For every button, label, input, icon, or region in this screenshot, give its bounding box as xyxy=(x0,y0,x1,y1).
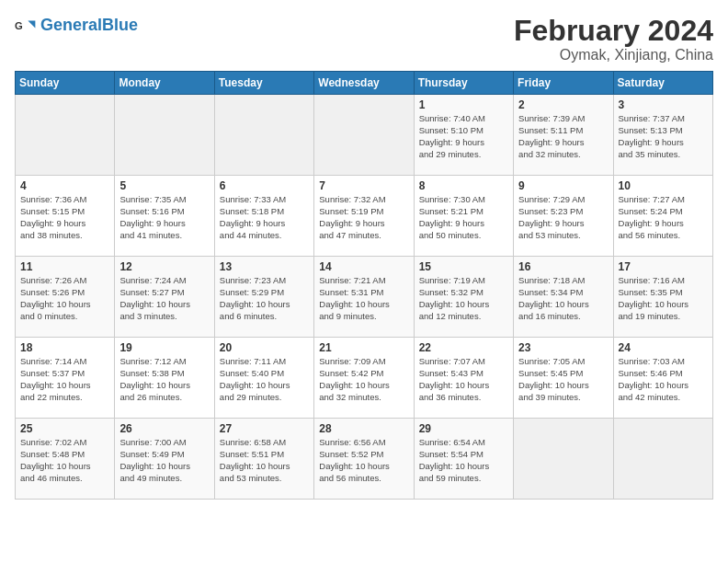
day-number: 28 xyxy=(319,422,408,435)
day-number: 13 xyxy=(220,260,309,273)
calendar-day-cell: 24Sunrise: 7:03 AMSunset: 5:46 PMDayligh… xyxy=(613,338,712,419)
calendar-day-cell xyxy=(613,419,712,500)
calendar-day-cell: 3Sunrise: 7:37 AMSunset: 5:13 PMDaylight… xyxy=(613,95,712,176)
day-number: 23 xyxy=(518,341,608,354)
header-row: SundayMondayTuesdayWednesdayThursdayFrid… xyxy=(16,72,713,95)
svg-marker-1 xyxy=(28,20,35,28)
day-info: Sunrise: 7:19 AMSunset: 5:32 PMDaylight:… xyxy=(419,275,508,322)
title-block: February 2024 Oymak, Xinjiang, China xyxy=(514,15,713,63)
day-info: Sunrise: 7:24 AMSunset: 5:27 PMDaylight:… xyxy=(119,275,209,322)
calendar-day-cell: 4Sunrise: 7:36 AMSunset: 5:15 PMDaylight… xyxy=(16,176,115,257)
day-info: Sunrise: 7:26 AMSunset: 5:26 PMDaylight:… xyxy=(20,275,109,322)
day-info: Sunrise: 7:40 AMSunset: 5:10 PMDaylight:… xyxy=(419,113,508,160)
day-number: 4 xyxy=(20,179,109,192)
calendar-week-1: 1Sunrise: 7:40 AMSunset: 5:10 PMDaylight… xyxy=(16,95,713,176)
day-number: 27 xyxy=(220,422,309,435)
calendar-day-cell: 9Sunrise: 7:29 AMSunset: 5:23 PMDaylight… xyxy=(514,176,613,257)
day-info: Sunrise: 7:16 AMSunset: 5:35 PMDaylight:… xyxy=(619,275,708,322)
calendar-day-cell: 25Sunrise: 7:02 AMSunset: 5:48 PMDayligh… xyxy=(16,419,115,500)
day-number: 22 xyxy=(419,341,508,354)
calendar-day-cell: 19Sunrise: 7:12 AMSunset: 5:38 PMDayligh… xyxy=(115,338,214,419)
header-cell-wednesday: Wednesday xyxy=(314,72,414,95)
day-info: Sunrise: 7:29 AMSunset: 5:23 PMDaylight:… xyxy=(518,194,608,241)
logo: G GeneralBlue xyxy=(15,15,138,37)
calendar-week-5: 25Sunrise: 7:02 AMSunset: 5:48 PMDayligh… xyxy=(16,419,713,500)
svg-text:G: G xyxy=(15,20,23,31)
calendar-day-cell: 10Sunrise: 7:27 AMSunset: 5:24 PMDayligh… xyxy=(613,176,712,257)
day-info: Sunrise: 7:02 AMSunset: 5:48 PMDaylight:… xyxy=(20,437,109,484)
calendar-week-3: 11Sunrise: 7:26 AMSunset: 5:26 PMDayligh… xyxy=(16,257,713,338)
day-number: 21 xyxy=(319,341,408,354)
logo-blue: Blue xyxy=(102,16,138,34)
header-cell-tuesday: Tuesday xyxy=(214,72,313,95)
header-cell-saturday: Saturday xyxy=(613,72,712,95)
day-info: Sunrise: 7:35 AMSunset: 5:16 PMDaylight:… xyxy=(119,194,209,241)
calendar-day-cell xyxy=(514,419,613,500)
day-info: Sunrise: 7:11 AMSunset: 5:40 PMDaylight:… xyxy=(220,356,309,403)
header-cell-monday: Monday xyxy=(115,72,214,95)
day-number: 20 xyxy=(220,341,309,354)
day-number: 1 xyxy=(419,98,508,111)
logo-general: General xyxy=(40,16,102,34)
day-number: 12 xyxy=(119,260,209,273)
calendar-day-cell: 29Sunrise: 6:54 AMSunset: 5:54 PMDayligh… xyxy=(414,419,513,500)
day-info: Sunrise: 7:12 AMSunset: 5:38 PMDaylight:… xyxy=(119,356,209,403)
calendar-day-cell: 15Sunrise: 7:19 AMSunset: 5:32 PMDayligh… xyxy=(414,257,513,338)
calendar-day-cell: 8Sunrise: 7:30 AMSunset: 5:21 PMDaylight… xyxy=(414,176,513,257)
calendar-day-cell: 7Sunrise: 7:32 AMSunset: 5:19 PMDaylight… xyxy=(314,176,414,257)
day-number: 19 xyxy=(119,341,209,354)
calendar-day-cell xyxy=(16,95,115,176)
day-info: Sunrise: 7:32 AMSunset: 5:19 PMDaylight:… xyxy=(319,194,408,241)
day-number: 11 xyxy=(20,260,109,273)
calendar-day-cell: 6Sunrise: 7:33 AMSunset: 5:18 PMDaylight… xyxy=(214,176,313,257)
day-number: 25 xyxy=(20,422,109,435)
day-number: 29 xyxy=(419,422,508,435)
calendar-day-cell: 11Sunrise: 7:26 AMSunset: 5:26 PMDayligh… xyxy=(16,257,115,338)
calendar-day-cell: 27Sunrise: 6:58 AMSunset: 5:51 PMDayligh… xyxy=(214,419,313,500)
day-number: 16 xyxy=(518,260,608,273)
day-info: Sunrise: 7:21 AMSunset: 5:31 PMDaylight:… xyxy=(319,275,408,322)
calendar-header: SundayMondayTuesdayWednesdayThursdayFrid… xyxy=(16,72,713,95)
calendar-week-2: 4Sunrise: 7:36 AMSunset: 5:15 PMDaylight… xyxy=(16,176,713,257)
calendar-day-cell xyxy=(314,95,414,176)
calendar-day-cell: 2Sunrise: 7:39 AMSunset: 5:11 PMDaylight… xyxy=(514,95,613,176)
calendar-day-cell: 18Sunrise: 7:14 AMSunset: 5:37 PMDayligh… xyxy=(16,338,115,419)
day-number: 6 xyxy=(220,179,309,192)
calendar-day-cell: 21Sunrise: 7:09 AMSunset: 5:42 PMDayligh… xyxy=(314,338,414,419)
day-number: 10 xyxy=(619,179,708,192)
calendar-day-cell xyxy=(115,95,214,176)
day-info: Sunrise: 7:03 AMSunset: 5:46 PMDaylight:… xyxy=(619,356,708,403)
calendar-day-cell: 12Sunrise: 7:24 AMSunset: 5:27 PMDayligh… xyxy=(115,257,214,338)
logo-icon: G xyxy=(15,15,37,37)
calendar-day-cell: 14Sunrise: 7:21 AMSunset: 5:31 PMDayligh… xyxy=(314,257,414,338)
day-info: Sunrise: 6:54 AMSunset: 5:54 PMDaylight:… xyxy=(419,437,508,484)
day-info: Sunrise: 7:30 AMSunset: 5:21 PMDaylight:… xyxy=(419,194,508,241)
day-number: 14 xyxy=(319,260,408,273)
day-info: Sunrise: 7:07 AMSunset: 5:43 PMDaylight:… xyxy=(419,356,508,403)
calendar-day-cell: 26Sunrise: 7:00 AMSunset: 5:49 PMDayligh… xyxy=(115,419,214,500)
calendar-body: 1Sunrise: 7:40 AMSunset: 5:10 PMDaylight… xyxy=(16,95,713,500)
day-info: Sunrise: 7:27 AMSunset: 5:24 PMDaylight:… xyxy=(619,194,708,241)
day-number: 26 xyxy=(119,422,209,435)
header-cell-sunday: Sunday xyxy=(16,72,115,95)
day-number: 18 xyxy=(20,341,109,354)
day-number: 9 xyxy=(518,179,608,192)
day-info: Sunrise: 7:18 AMSunset: 5:34 PMDaylight:… xyxy=(518,275,608,322)
day-number: 3 xyxy=(619,98,708,111)
calendar-day-cell: 20Sunrise: 7:11 AMSunset: 5:40 PMDayligh… xyxy=(214,338,313,419)
day-info: Sunrise: 7:05 AMSunset: 5:45 PMDaylight:… xyxy=(518,356,608,403)
day-info: Sunrise: 7:36 AMSunset: 5:15 PMDaylight:… xyxy=(20,194,109,241)
calendar-week-4: 18Sunrise: 7:14 AMSunset: 5:37 PMDayligh… xyxy=(16,338,713,419)
day-number: 15 xyxy=(419,260,508,273)
day-info: Sunrise: 7:39 AMSunset: 5:11 PMDaylight:… xyxy=(518,113,608,160)
day-info: Sunrise: 6:56 AMSunset: 5:52 PMDaylight:… xyxy=(319,437,408,484)
day-number: 2 xyxy=(518,98,608,111)
day-info: Sunrise: 7:37 AMSunset: 5:13 PMDaylight:… xyxy=(619,113,708,160)
day-info: Sunrise: 7:23 AMSunset: 5:29 PMDaylight:… xyxy=(220,275,309,322)
day-info: Sunrise: 7:00 AMSunset: 5:49 PMDaylight:… xyxy=(119,437,209,484)
calendar-day-cell: 17Sunrise: 7:16 AMSunset: 5:35 PMDayligh… xyxy=(613,257,712,338)
calendar-day-cell: 5Sunrise: 7:35 AMSunset: 5:16 PMDaylight… xyxy=(115,176,214,257)
day-info: Sunrise: 6:58 AMSunset: 5:51 PMDaylight:… xyxy=(220,437,309,484)
calendar-title: February 2024 xyxy=(514,15,713,47)
day-info: Sunrise: 7:09 AMSunset: 5:42 PMDaylight:… xyxy=(319,356,408,403)
